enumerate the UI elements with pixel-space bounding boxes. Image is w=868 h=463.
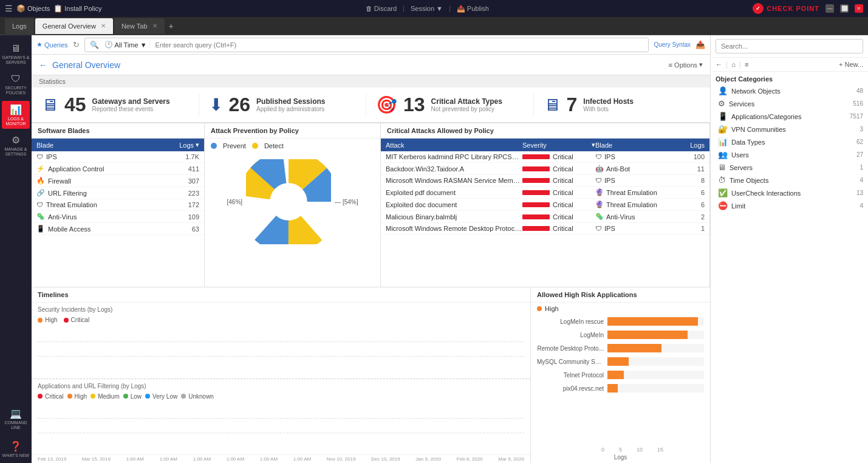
vpn-icon: 🔐: [718, 125, 728, 134]
th-blade: Blade: [36, 142, 163, 149]
sw-blade-row-antivirus[interactable]: 🦠 Anti-Virus 109: [32, 211, 204, 223]
sw-blade-row-appctrl[interactable]: ⚡ Application Control 411: [32, 163, 204, 175]
gateways-stat-icon: 🖥: [41, 95, 58, 115]
time-selector[interactable]: 🕐 All Time ▼: [102, 41, 150, 49]
minimize-btn[interactable]: —: [825, 4, 834, 13]
hr-bar-fill-3: [607, 357, 629, 366]
rs-item-vpn[interactable]: 🔐 VPN Communities 3: [711, 123, 868, 135]
sidebar-item-whats-new[interactable]: ❓ WHAT'S NEW: [2, 435, 30, 463]
attack-row-3[interactable]: Exploited pdf document Critical 🔮Threat …: [381, 187, 709, 199]
rs-item-datatypes[interactable]: 📊 Data Types 62: [711, 135, 868, 148]
attack-row-2[interactable]: Microsoft Windows RASMAN Service Memory …: [381, 175, 709, 187]
rs-list-btn[interactable]: ≡: [745, 61, 748, 68]
severity-bar-5: [522, 214, 550, 219]
servers-label: Servers: [730, 164, 753, 171]
attack-name-5: Malicious Binary.balmblj: [386, 213, 522, 221]
query-syntax-btn[interactable]: Query Syntax: [654, 41, 691, 48]
clock-icon: 🕐: [104, 41, 113, 49]
hr-bar-fill-2: [607, 344, 661, 352]
rs-search-input[interactable]: [716, 39, 863, 53]
medium-app-dot: [91, 394, 95, 399]
sw-blade-row-ips[interactable]: 🛡 IPS 1.7K: [32, 151, 204, 163]
tab-general-overview-close[interactable]: ✕: [101, 22, 106, 29]
install-policy-btn[interactable]: 📋 Install Policy: [53, 4, 101, 13]
stat-attacks: 🎯 13 Critical Attack Types Not prevented…: [366, 94, 534, 116]
right-sidebar: ← | ⌂ | ≡ + New... Object Categories 👤 N…: [710, 35, 868, 463]
sidebar-item-logs[interactable]: 📊 LOGS & MONITOR: [2, 101, 30, 129]
axis-6: 1:00 AM: [260, 456, 278, 462]
rs-item-servers[interactable]: 🖥 Servers 1: [711, 161, 868, 174]
tab-new-tab-close[interactable]: ✕: [152, 22, 157, 29]
app-menu-btn[interactable]: ☰: [5, 4, 13, 13]
limit-icon: ⛔: [718, 201, 728, 210]
restore-btn[interactable]: ⬜: [840, 4, 849, 13]
detect-legend-dot: [252, 143, 258, 149]
tab-new-tab[interactable]: New Tab ✕: [114, 18, 165, 34]
rs-item-network[interactable]: 👤 Network Objects 48: [711, 84, 868, 97]
infected-stat-title: Infected Hosts: [583, 97, 634, 106]
sw-blade-row-urlfilter[interactable]: 🔗 URL Filtering 223: [32, 187, 204, 199]
prevent-pct-label: [46%]: [227, 199, 243, 205]
high-label: High: [45, 317, 58, 323]
rs-item-services[interactable]: ⚙ Services 516: [711, 97, 868, 110]
rs-item-timeobjects[interactable]: ⏱ Time Objects 4: [711, 174, 868, 187]
services-count: 516: [853, 100, 863, 107]
tab-general-overview[interactable]: General Overview ✕: [35, 18, 113, 34]
low-app-dot: [123, 394, 128, 399]
rs-item-usercheck[interactable]: ✅ UserCheck Interactions 13: [711, 187, 868, 199]
attack-severity-4: Critical: [522, 201, 595, 208]
attack-row-5[interactable]: Malicious Binary.balmblj Critical 🦠Anti-…: [381, 211, 709, 223]
ath-logs: Logs: [674, 142, 705, 149]
rs-back-btn[interactable]: ←: [716, 61, 722, 68]
options-btn[interactable]: ≡ Options ▾: [669, 61, 703, 69]
sw-blade-row-threatemu[interactable]: 🛡 Threat Emulation 172: [32, 199, 204, 211]
discard-btn[interactable]: 🗑 Discard: [366, 5, 397, 12]
severity-bar-3: [522, 190, 550, 195]
severity-bar-2: [522, 178, 550, 183]
sidebar-item-security[interactable]: 🛡 SECURITY POLICIES: [2, 70, 30, 98]
export-btn[interactable]: 📤: [695, 40, 705, 49]
axis-8: Nov 10, 2019: [327, 456, 356, 462]
rs-item-applications[interactable]: 📱 Applications/Categories 7517: [711, 110, 868, 123]
sessions-stat-desc: Applied by administrators: [256, 106, 325, 112]
rs-item-users[interactable]: 👥 Users 27: [711, 148, 868, 161]
hr-bar-0: LogMeIn rescue: [537, 317, 704, 326]
sw-blades-table-body: 🛡 IPS 1.7K ⚡ Application Control 411 🔥 F…: [32, 151, 204, 287]
blade-icon-0: 🛡: [595, 153, 602, 160]
objects-btn[interactable]: 📦 Objects: [16, 4, 50, 13]
close-btn[interactable]: ✕: [855, 4, 863, 13]
attack-row-6[interactable]: Microsoft Windows Remote Desktop Protoco…: [381, 223, 709, 235]
sidebar-item-gateways[interactable]: 🖥 GATEWAYS & SERVERS: [2, 40, 30, 68]
attack-severity-3: Critical: [522, 189, 595, 196]
attack-blade-4: 🔮Threat Emulation: [595, 201, 674, 208]
sidebar-item-command-line[interactable]: 💻 COMMAND LINE: [2, 405, 30, 433]
rs-toolbar: ← | ⌂ | ≡ + New...: [711, 58, 868, 72]
sw-blade-row-firewall[interactable]: 🔥 Firewall 307: [32, 175, 204, 187]
attack-row-1[interactable]: Backdoor.Win32.Taidoor.A Critical 🤖Anti-…: [381, 163, 709, 175]
publish-btn[interactable]: 📤 Publish: [457, 5, 489, 13]
nav-bar: Logs General Overview ✕ New Tab ✕ +: [0, 17, 868, 35]
refresh-btn[interactable]: ↻: [73, 40, 80, 49]
blade-icon-4: 🔮: [595, 201, 604, 208]
unknown-app-dot: [181, 394, 186, 399]
prevent-legend-dot: [211, 143, 217, 149]
attack-row-4[interactable]: Exploited doc document Critical 🔮Threat …: [381, 199, 709, 211]
sidebar-item-manage[interactable]: ⚙ MANAGE & SETTINGS: [2, 131, 30, 159]
queries-btn[interactable]: ★ Queries: [36, 41, 68, 49]
sw-blade-row-mobile[interactable]: 📱 Mobile Access 63: [32, 223, 204, 235]
new-tab-btn[interactable]: +: [166, 21, 177, 31]
attacks-stat-desc: Not prevented by policy: [431, 106, 502, 112]
rs-item-limit[interactable]: ⛔ Limit 4: [711, 199, 868, 212]
rs-new-btn[interactable]: + New...: [839, 61, 863, 68]
attack-row-0[interactable]: MIT Kerberos kadmind RPC Library RPCSEC_…: [381, 151, 709, 163]
sidebar-whatsnew-label: WHAT'S NEW: [2, 453, 29, 458]
urlfilter-logs: 223: [163, 190, 199, 197]
search-input[interactable]: [155, 41, 644, 49]
high-dot: [38, 318, 43, 323]
back-btn[interactable]: ←: [39, 60, 47, 70]
session-btn[interactable]: Session ▼: [411, 5, 443, 12]
tab-logs[interactable]: Logs: [5, 18, 34, 34]
rs-home-btn[interactable]: ⌂: [731, 61, 736, 68]
timeline-x-axis: Feb 13, 2019 Mar 15, 2019 1:00 AM 1:00 A…: [32, 454, 530, 463]
stats-section-label: Statistics: [32, 75, 710, 87]
